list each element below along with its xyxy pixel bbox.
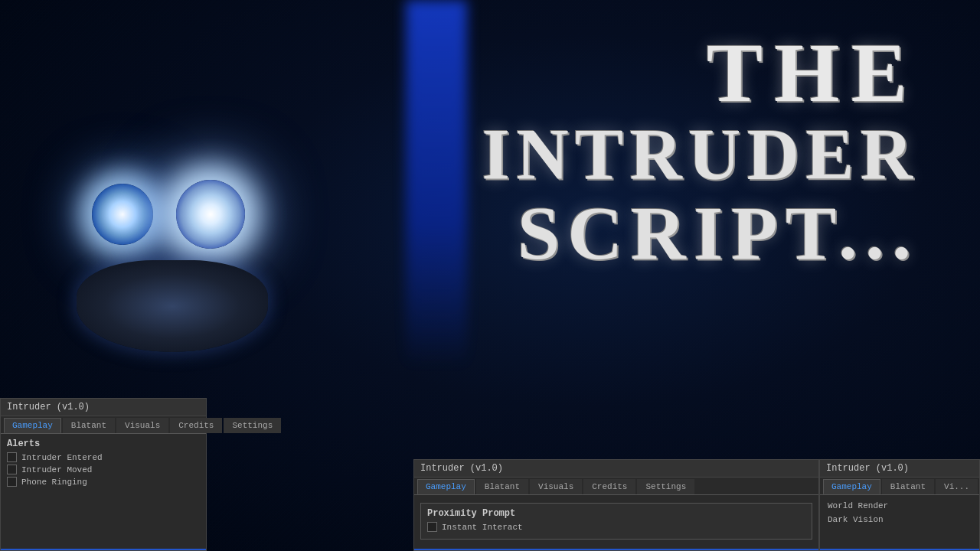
checkbox-instant-interact-box[interactable] bbox=[427, 522, 437, 532]
title-intruder: INTRUDER bbox=[482, 115, 919, 195]
tab-credits-left[interactable]: Credits bbox=[170, 418, 222, 433]
panel-center-content: Proximity Prompt Instant Interact bbox=[414, 495, 818, 544]
panel-right-tabs: Gameplay Blatant Vi... bbox=[820, 478, 979, 495]
dark-vision-item[interactable]: Dark Vision bbox=[825, 514, 975, 526]
alerts-section-title: Alerts bbox=[7, 439, 200, 449]
checkbox-phone-ringing-box[interactable] bbox=[7, 477, 17, 487]
checkbox-instant-interact: Instant Interact bbox=[427, 522, 805, 532]
checkbox-intruder-entered: Intruder Entered bbox=[7, 452, 200, 462]
tab-credits-center[interactable]: Credits bbox=[583, 479, 635, 494]
proximity-prompt-box: Proximity Prompt Instant Interact bbox=[420, 503, 812, 540]
creature-eye-left bbox=[92, 184, 153, 245]
panel-right-content: World Render Dark Vision bbox=[820, 495, 979, 530]
title-script: SCRIPT... bbox=[482, 195, 919, 272]
panel-left-content: Alerts Intruder Entered Intruder Moved P… bbox=[1, 434, 206, 494]
checkbox-intruder-entered-label: Intruder Entered bbox=[21, 453, 103, 462]
panel-left: Intruder (v1.0) Gameplay Blatant Visuals… bbox=[0, 398, 207, 551]
creature-illustration bbox=[61, 138, 276, 352]
tab-blatant-right[interactable]: Blatant bbox=[882, 479, 934, 494]
tab-gameplay-left[interactable]: Gameplay bbox=[4, 418, 61, 433]
creature-eye-right bbox=[176, 180, 245, 249]
tab-gameplay-center[interactable]: Gameplay bbox=[417, 479, 475, 494]
checkbox-intruder-moved-label: Intruder Moved bbox=[21, 465, 92, 474]
checkbox-phone-ringing-label: Phone Ringing bbox=[21, 478, 87, 487]
checkbox-intruder-moved: Intruder Moved bbox=[7, 465, 200, 474]
creature-body bbox=[77, 260, 268, 352]
panel-left-tabs: Gameplay Blatant Visuals Credits Setting… bbox=[1, 416, 206, 434]
checkbox-phone-ringing: Phone Ringing bbox=[7, 477, 200, 487]
tab-gameplay-right[interactable]: Gameplay bbox=[823, 479, 880, 494]
panel-right-title: Intruder (v1.0) bbox=[820, 460, 979, 478]
proximity-prompt-title: Proximity Prompt bbox=[427, 508, 805, 519]
tab-blatant-left[interactable]: Blatant bbox=[63, 418, 115, 433]
checkbox-intruder-moved-box[interactable] bbox=[7, 465, 17, 474]
panel-center-title: Intruder (v1.0) bbox=[414, 460, 818, 478]
game-title: THE INTRUDER SCRIPT... bbox=[482, 31, 919, 272]
checkbox-intruder-entered-box[interactable] bbox=[7, 452, 17, 462]
panel-left-title: Intruder (v1.0) bbox=[1, 399, 206, 416]
tab-visuals-center[interactable]: Visuals bbox=[530, 479, 582, 494]
world-render-item[interactable]: World Render bbox=[825, 500, 975, 512]
blue-glow-decoration bbox=[406, 0, 467, 367]
checkbox-instant-interact-label: Instant Interact bbox=[442, 523, 523, 532]
tab-visuals-left[interactable]: Visuals bbox=[116, 418, 168, 433]
panel-center: Intruder (v1.0) Gameplay Blatant Visuals… bbox=[413, 459, 819, 551]
panel-right: Intruder (v1.0) Gameplay Blatant Vi... W… bbox=[819, 459, 980, 551]
title-the: THE bbox=[482, 31, 919, 115]
panel-center-tabs: Gameplay Blatant Visuals Credits Setting… bbox=[414, 478, 818, 495]
tab-visuals-right[interactable]: Vi... bbox=[936, 479, 978, 494]
tab-settings-center[interactable]: Settings bbox=[637, 479, 694, 494]
tab-blatant-center[interactable]: Blatant bbox=[476, 479, 528, 494]
tab-settings-left[interactable]: Settings bbox=[224, 418, 281, 433]
